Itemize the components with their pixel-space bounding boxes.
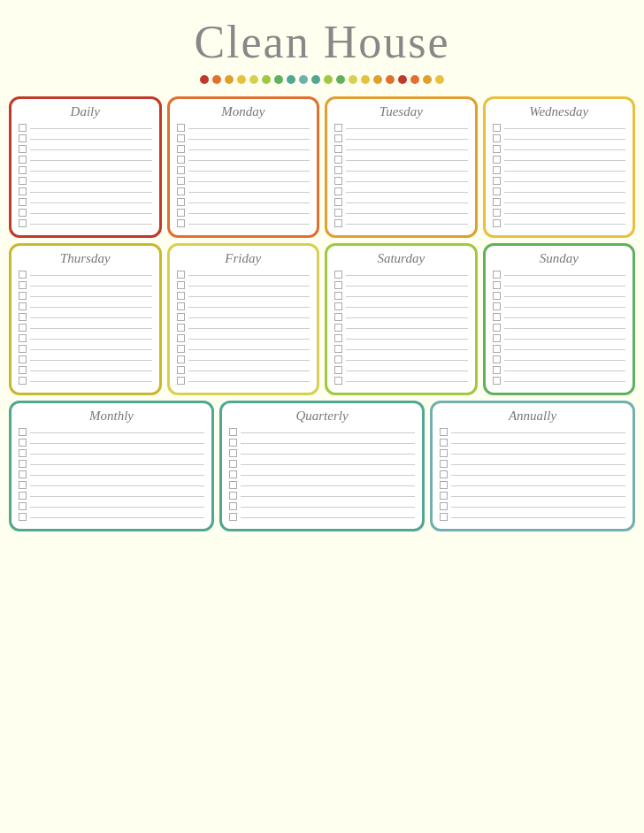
list-item[interactable] — [334, 209, 468, 217]
list-item[interactable] — [177, 134, 310, 142]
checkbox-icon[interactable] — [334, 281, 342, 289]
list-item[interactable] — [229, 449, 415, 457]
list-item[interactable] — [19, 492, 204, 500]
checkbox-icon[interactable] — [177, 324, 185, 332]
checkbox-icon[interactable] — [440, 449, 448, 457]
checkbox-icon[interactable] — [334, 198, 342, 206]
list-item[interactable] — [177, 355, 310, 363]
checkbox-icon[interactable] — [229, 449, 237, 457]
list-item[interactable] — [229, 460, 415, 468]
checkbox-icon[interactable] — [334, 366, 342, 374]
list-item[interactable] — [334, 355, 468, 363]
checkbox-icon[interactable] — [440, 470, 448, 478]
checkbox-icon[interactable] — [229, 470, 237, 478]
checkbox-icon[interactable] — [334, 166, 342, 174]
checkbox-icon[interactable] — [19, 377, 27, 385]
list-item[interactable] — [493, 377, 626, 385]
list-item[interactable] — [229, 513, 415, 521]
checkbox-icon[interactable] — [440, 481, 448, 489]
list-item[interactable] — [19, 209, 152, 217]
checkbox-icon[interactable] — [19, 177, 27, 185]
checkbox-icon[interactable] — [493, 209, 501, 217]
checkbox-icon[interactable] — [493, 366, 501, 374]
list-item[interactable] — [334, 366, 468, 374]
list-item[interactable] — [334, 145, 468, 153]
list-item[interactable] — [440, 481, 625, 489]
list-item[interactable] — [334, 177, 468, 185]
list-item[interactable] — [19, 145, 152, 153]
list-item[interactable] — [177, 219, 310, 227]
checkbox-icon[interactable] — [19, 513, 27, 521]
list-item[interactable] — [229, 439, 415, 447]
checkbox-icon[interactable] — [19, 209, 27, 217]
list-item[interactable] — [19, 345, 152, 353]
checkbox-icon[interactable] — [493, 219, 501, 227]
checkbox-icon[interactable] — [177, 313, 185, 321]
checkbox-icon[interactable] — [229, 492, 237, 500]
checkbox-icon[interactable] — [19, 439, 27, 447]
list-item[interactable] — [493, 345, 626, 353]
checkbox-icon[interactable] — [334, 134, 342, 142]
list-item[interactable] — [493, 313, 626, 321]
checkbox-icon[interactable] — [440, 492, 448, 500]
list-item[interactable] — [493, 366, 626, 374]
checkbox-icon[interactable] — [334, 145, 342, 153]
list-item[interactable] — [493, 271, 626, 279]
list-item[interactable] — [493, 209, 626, 217]
list-item[interactable] — [334, 281, 468, 289]
list-item[interactable] — [493, 334, 626, 342]
list-item[interactable] — [440, 470, 625, 478]
list-item[interactable] — [177, 198, 310, 206]
list-item[interactable] — [229, 481, 415, 489]
checkbox-icon[interactable] — [334, 187, 342, 195]
checkbox-icon[interactable] — [19, 198, 27, 206]
checkbox-icon[interactable] — [493, 198, 501, 206]
checkbox-icon[interactable] — [19, 187, 27, 195]
checkbox-icon[interactable] — [177, 219, 185, 227]
checkbox-icon[interactable] — [177, 198, 185, 206]
checkbox-icon[interactable] — [177, 124, 185, 132]
checkbox-icon[interactable] — [19, 481, 27, 489]
checkbox-icon[interactable] — [493, 345, 501, 353]
list-item[interactable] — [177, 366, 310, 374]
checkbox-icon[interactable] — [334, 302, 342, 310]
list-item[interactable] — [334, 334, 468, 342]
list-item[interactable] — [177, 345, 310, 353]
list-item[interactable] — [19, 513, 204, 521]
checkbox-icon[interactable] — [19, 219, 27, 227]
checkbox-icon[interactable] — [493, 292, 501, 300]
list-item[interactable] — [19, 271, 152, 279]
checkbox-icon[interactable] — [334, 292, 342, 300]
list-item[interactable] — [177, 271, 310, 279]
list-item[interactable] — [19, 177, 152, 185]
list-item[interactable] — [177, 209, 310, 217]
list-item[interactable] — [440, 449, 625, 457]
list-item[interactable] — [177, 324, 310, 332]
checkbox-icon[interactable] — [493, 313, 501, 321]
list-item[interactable] — [177, 302, 310, 310]
checkbox-icon[interactable] — [229, 481, 237, 489]
list-item[interactable] — [19, 470, 204, 478]
list-item[interactable] — [493, 324, 626, 332]
checkbox-icon[interactable] — [19, 271, 27, 279]
list-item[interactable] — [493, 292, 626, 300]
checkbox-icon[interactable] — [493, 134, 501, 142]
checkbox-icon[interactable] — [177, 177, 185, 185]
checkbox-icon[interactable] — [19, 324, 27, 332]
list-item[interactable] — [493, 355, 626, 363]
checkbox-icon[interactable] — [19, 124, 27, 132]
list-item[interactable] — [229, 428, 415, 436]
checkbox-icon[interactable] — [334, 334, 342, 342]
checkbox-icon[interactable] — [19, 460, 27, 468]
checkbox-icon[interactable] — [334, 271, 342, 279]
list-item[interactable] — [19, 377, 152, 385]
list-item[interactable] — [334, 187, 468, 195]
checkbox-icon[interactable] — [177, 166, 185, 174]
list-item[interactable] — [493, 166, 626, 174]
list-item[interactable] — [493, 219, 626, 227]
list-item[interactable] — [334, 198, 468, 206]
list-item[interactable] — [334, 302, 468, 310]
checkbox-icon[interactable] — [19, 355, 27, 363]
checkbox-icon[interactable] — [493, 145, 501, 153]
checkbox-icon[interactable] — [229, 513, 237, 521]
